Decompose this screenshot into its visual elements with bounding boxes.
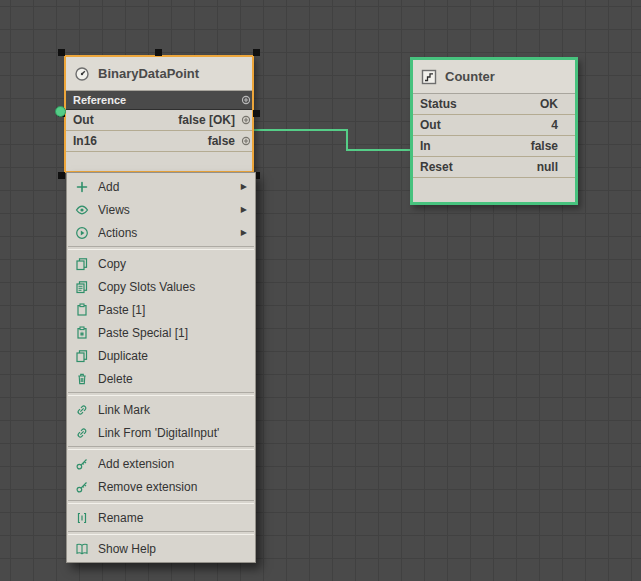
slot-label: In (420, 139, 431, 153)
slot-out[interactable]: Out 4 (413, 115, 575, 136)
menu-separator (68, 500, 254, 504)
show-help-icon (75, 542, 89, 556)
menu-separator (68, 531, 254, 535)
menu-item-delete[interactable]: Delete (67, 367, 255, 390)
actions-icon (75, 226, 89, 240)
link-knob-icon[interactable] (241, 115, 251, 125)
menu-item-add[interactable]: Add ▶ (67, 175, 255, 198)
slot-value: 4 (551, 118, 568, 132)
node-binarydatapoint-titlebar[interactable]: BinaryDataPoint (66, 57, 252, 91)
slot-value: false [OK] (178, 113, 245, 127)
selection-handle[interactable] (253, 49, 260, 56)
add-icon (75, 180, 89, 194)
menu-separator (68, 446, 254, 450)
slot-reference[interactable]: Reference (66, 91, 252, 110)
link-from-icon (75, 426, 89, 440)
selection-handle[interactable] (253, 110, 260, 117)
selection-handle[interactable] (155, 49, 162, 56)
menu-item-views[interactable]: Views ▶ (67, 198, 255, 221)
menu-item-link-from[interactable]: Link From 'DigitalInput' (67, 421, 255, 444)
slot-value: null (537, 160, 568, 174)
menu-item-link-mark[interactable]: Link Mark (67, 398, 255, 421)
copy-icon (75, 257, 89, 271)
menu-item-rename[interactable]: Rename (67, 506, 255, 529)
copy-slots-icon (75, 280, 89, 294)
submenu-arrow-icon: ▶ (241, 205, 247, 214)
node-footer (66, 152, 252, 171)
rename-icon (75, 511, 89, 525)
views-icon (75, 203, 89, 217)
duplicate-icon (75, 349, 89, 363)
slot-in16[interactable]: In16 false (66, 131, 252, 152)
binarydatapoint-icon (74, 66, 90, 82)
slot-label: Out (420, 118, 441, 132)
node-footer (413, 178, 575, 202)
menu-item-duplicate[interactable]: Duplicate (67, 344, 255, 367)
slot-label: Reference (73, 94, 126, 106)
add-extension-icon (75, 457, 89, 471)
slot-out[interactable]: Out false [OK] (66, 110, 252, 131)
node-counter-titlebar[interactable]: Counter (413, 60, 575, 94)
link-mark-icon (75, 403, 89, 417)
menu-item-show-help[interactable]: Show Help (67, 537, 255, 560)
node-binarydatapoint[interactable]: BinaryDataPoint Reference Out false [OK]… (64, 55, 254, 173)
slot-label: Out (73, 113, 94, 127)
menu-separator (68, 392, 254, 396)
submenu-arrow-icon: ▶ (241, 228, 247, 237)
menu-item-paste[interactable]: Paste [1] (67, 298, 255, 321)
paste-icon (75, 303, 89, 317)
slot-label: Reset (420, 160, 453, 174)
wire[interactable] (252, 130, 410, 150)
slot-value: OK (540, 97, 568, 111)
node-title: Counter (445, 69, 495, 84)
menu-item-remove-extension[interactable]: Remove extension (67, 475, 255, 498)
link-point[interactable] (55, 106, 66, 117)
selection-handle[interactable] (58, 172, 65, 179)
context-menu: Add ▶ Views ▶ Actions ▶ Copy Copy Slots … (66, 172, 256, 563)
link-knob-icon[interactable] (241, 136, 251, 146)
selection-handle[interactable] (58, 49, 65, 56)
node-title: BinaryDataPoint (98, 66, 199, 81)
slot-reset[interactable]: Reset null (413, 157, 575, 178)
wiresheet-canvas[interactable]: { "colors": { "selection_orange": "#EDA6… (0, 0, 641, 581)
slot-value: false (531, 139, 568, 153)
menu-item-add-extension[interactable]: Add extension (67, 452, 255, 475)
menu-item-copy-slots-values[interactable]: Copy Slots Values (67, 275, 255, 298)
menu-item-paste-special[interactable]: Paste Special [1] (67, 321, 255, 344)
counter-icon (421, 69, 437, 85)
remove-extension-icon (75, 480, 89, 494)
slot-in[interactable]: In false (413, 136, 575, 157)
slot-label: Status (420, 97, 457, 111)
slot-label: In16 (73, 134, 97, 148)
menu-item-copy[interactable]: Copy (67, 252, 255, 275)
delete-icon (75, 372, 89, 386)
link-knob-icon[interactable] (241, 95, 251, 105)
slot-value: false (208, 134, 245, 148)
node-counter[interactable]: Counter Status OK Out 4 In false Reset n… (410, 57, 578, 205)
paste-special-icon (75, 326, 89, 340)
slot-status[interactable]: Status OK (413, 94, 575, 115)
submenu-arrow-icon: ▶ (241, 182, 247, 191)
menu-item-actions[interactable]: Actions ▶ (67, 221, 255, 244)
menu-separator (68, 246, 254, 250)
